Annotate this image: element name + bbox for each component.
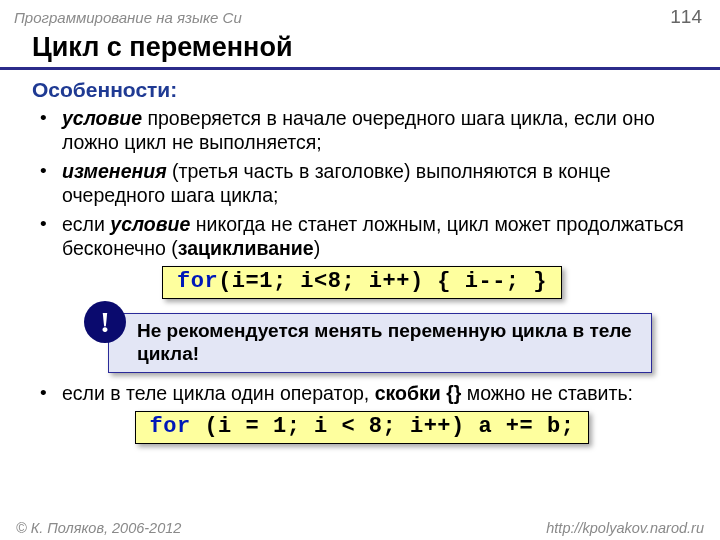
term: скобки {} xyxy=(375,382,462,404)
code-example-2: for (i = 1; i < 8; i++) a += b; xyxy=(135,411,590,444)
slide-body: Особенности: условие проверяется в начал… xyxy=(0,70,720,444)
section-subtitle: Особенности: xyxy=(32,78,692,102)
warning-callout: ! Не рекомендуется менять переменную цик… xyxy=(108,313,652,373)
slide-header: Программирование на языке Си 114 xyxy=(0,0,720,30)
feature-list: условие проверяется в начале очередного … xyxy=(32,106,692,260)
slide-footer: © К. Поляков, 2006-2012 http://kpolyakov… xyxy=(0,520,720,536)
page-number: 114 xyxy=(670,6,702,28)
footer-url: http://kpolyakov.narod.ru xyxy=(546,520,704,536)
code-example-1: for(i=1; i<8; i++) { i--; } xyxy=(162,266,562,299)
feature-list-2: если в теле цикла один оператор, скобки … xyxy=(32,381,692,405)
keyword: for xyxy=(150,414,191,439)
exclamation-icon: ! xyxy=(84,301,126,343)
term: зацикливание xyxy=(178,237,314,259)
term: условие xyxy=(62,107,142,129)
term: изменения xyxy=(62,160,167,182)
list-item: условие проверяется в начале очередного … xyxy=(58,106,692,155)
slide-title: Цикл с переменной xyxy=(0,30,720,70)
list-item: если условие никогда не станет ложным, ц… xyxy=(58,212,692,261)
keyword: for xyxy=(177,269,218,294)
list-item: если в теле цикла один оператор, скобки … xyxy=(58,381,692,405)
term: условие xyxy=(110,213,190,235)
list-item: изменения (третья часть в заголовке) вып… xyxy=(58,159,692,208)
warning-text: Не рекомендуется менять переменную цикла… xyxy=(108,313,652,373)
lecture-label: Программирование на языке Си xyxy=(14,9,242,26)
copyright: © К. Поляков, 2006-2012 xyxy=(16,520,181,536)
